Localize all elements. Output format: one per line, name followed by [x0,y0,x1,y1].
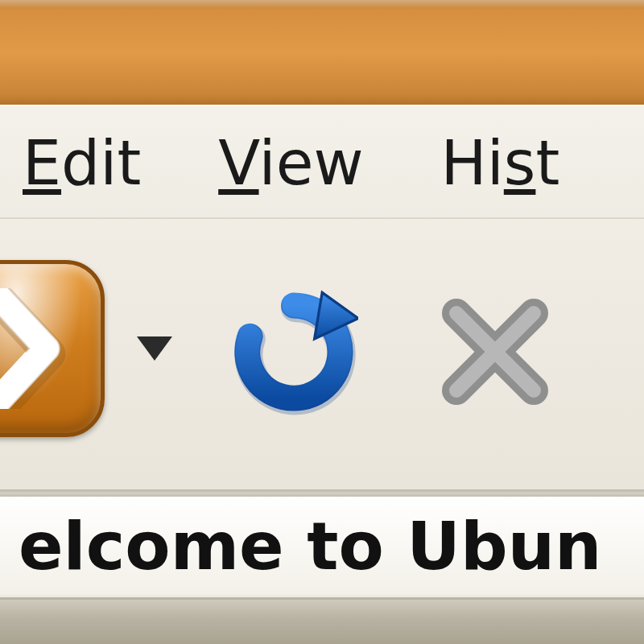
menu-view-mnemonic: V [218,127,258,199]
menu-history-rest: t [535,127,559,199]
tab-active[interactable]: elcome to Ubun [0,494,644,595]
menu-history-mnemonic: s [504,127,536,199]
menu-view-rest: iew [259,127,364,199]
menu-edit-rest: dit [61,127,141,199]
menu-edit[interactable]: Edit [16,124,147,202]
bottom-edge [0,597,644,644]
forward-dropdown-arrow-icon[interactable] [137,336,172,361]
close-icon [435,291,555,412]
menu-view[interactable]: View [212,124,369,202]
menubar: Edit View Hist [0,105,644,219]
stop-button[interactable] [427,283,564,420]
chevron-right-icon [0,288,67,409]
tab-strip: elcome to Ubun [0,494,644,599]
forward-button[interactable] [0,260,105,437]
menu-history[interactable]: Hist [435,124,567,202]
tab-title: elcome to Ubun [19,508,601,584]
titlebar-shine [0,0,644,8]
menu-history-pre: Hi [441,127,504,199]
menu-edit-mnemonic: E [23,127,61,199]
browser-window-crop: Edit View Hist [0,0,644,644]
window-titlebar [0,0,644,106]
reload-button[interactable] [225,283,362,420]
reload-icon [229,287,358,416]
forward-button-group [0,264,172,433]
navigation-toolbar [0,217,644,493]
